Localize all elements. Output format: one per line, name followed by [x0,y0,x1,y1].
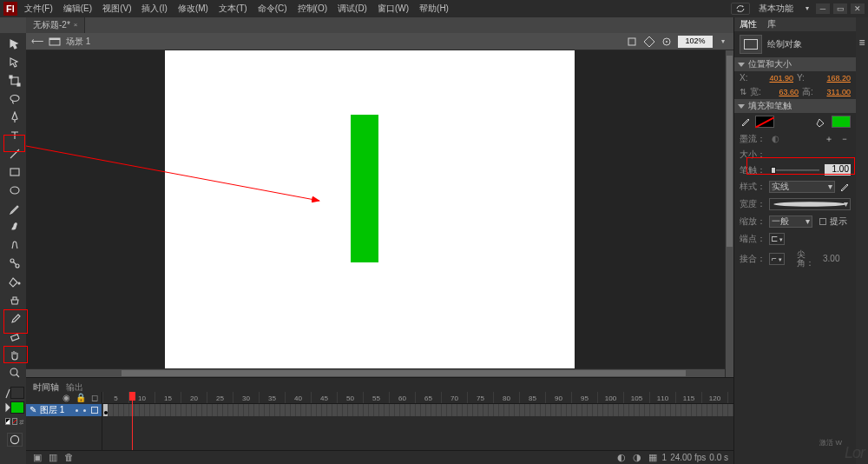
ruler-tick[interactable]: 80 [493,392,519,403]
zoom-tool[interactable] [7,365,23,381]
tab-output[interactable]: 输出 [66,383,83,392]
section-position-size[interactable]: 位置和大小 [734,57,856,71]
pen-tool[interactable] [7,109,23,125]
menu-help[interactable]: 帮助(H) [416,3,452,15]
new-folder-button[interactable]: ▥ [47,452,59,464]
scene-icon[interactable] [49,36,61,48]
x-value[interactable]: 401.90 [760,75,793,83]
stage-scrollbar-horizontal[interactable] [26,368,725,377]
lock-aspect-icon[interactable]: ⇅ [740,88,746,96]
layer-lock-dot[interactable] [83,409,86,412]
stroke-style-select[interactable]: 实线▾ [769,181,835,193]
ruler-tick[interactable]: 75 [467,392,493,403]
ruler-tick[interactable]: 100 [597,392,623,403]
menu-insert[interactable]: 插入(I) [138,3,170,15]
delete-layer-button[interactable]: 🗑 [62,452,75,464]
timeline-frames[interactable]: 5101520253035404550556065707580859095100… [102,392,733,450]
keyframe-cell[interactable] [102,404,108,416]
deco-tool[interactable] [7,237,23,253]
dock-expand-icon[interactable]: ≡ [854,35,868,50]
section-fill-stroke[interactable]: 填充和笔触 [734,99,856,113]
h-value[interactable]: 311.00 [821,89,851,96]
selection-tool[interactable] [7,36,23,52]
workspace-caret-icon[interactable]: ▾ [802,3,812,15]
stroke-scale-select[interactable]: 一般▾ [769,215,812,228]
menu-view[interactable]: 视图(V) [99,3,135,15]
free-transform-tool[interactable] [7,73,23,89]
ruler-tick[interactable]: 60 [389,392,415,403]
fill-color[interactable] [832,116,851,128]
ruler-tick[interactable]: 25 [207,392,233,403]
ruler-tick[interactable]: 120 [701,392,727,403]
ruler-tick[interactable]: 115 [675,392,701,403]
layer-outline-box[interactable] [91,407,98,414]
tab-timeline[interactable]: 时间轴 [33,383,59,392]
tab-properties[interactable]: 属性 [740,20,757,29]
fill-color-swatch[interactable] [10,401,24,414]
back-icon[interactable]: ⟵ [31,36,43,48]
brush-tool[interactable] [7,219,23,235]
ruler-tick[interactable]: 5 [102,392,128,403]
flow-sub-icon[interactable]: － [838,133,851,145]
no-color-icon[interactable] [12,418,17,425]
stroke-color[interactable] [755,116,774,128]
ruler-tick[interactable]: 70 [441,392,467,403]
ruler-tick[interactable]: 105 [623,392,649,403]
menu-window[interactable]: 窗口(W) [374,3,412,15]
edit-multiple-frames-icon[interactable]: ▦ [647,452,659,464]
eraser-tool[interactable] [7,328,23,344]
paint-bucket-tool[interactable] [7,274,23,289]
ruler-tick[interactable]: 45 [311,392,337,403]
menu-file[interactable]: 文件(F) [21,3,56,15]
center-stage-icon[interactable] [661,36,673,48]
stage-canvas[interactable] [165,50,575,368]
swap-colors-icon[interactable] [19,418,24,425]
pencil-tool[interactable] [7,201,23,216]
ruler-tick[interactable]: 50 [337,392,363,403]
new-layer-button[interactable]: ▣ [31,452,43,464]
ruler-tick[interactable]: 20 [181,392,207,403]
subselection-tool[interactable] [7,55,23,70]
document-tab[interactable]: 无标题-2* × [26,17,85,33]
oval-tool[interactable] [7,182,23,198]
hint-checkbox[interactable] [819,218,826,225]
ruler-tick[interactable]: 30 [233,392,259,403]
text-tool[interactable] [7,128,23,143]
join-select[interactable]: ⌐▾ [769,253,785,265]
menu-edit[interactable]: 编辑(E) [60,3,95,15]
menu-cmd[interactable]: 命令(C) [254,3,291,15]
close-icon[interactable]: × [74,22,78,29]
window-max-button[interactable]: ▭ [833,3,847,14]
flow-add-icon[interactable]: ＋ [823,133,835,145]
drawn-rectangle[interactable] [351,115,378,262]
stroke-weight-value[interactable]: 1.00 [825,164,851,176]
tab-library[interactable]: 库 [767,20,776,29]
sync-button[interactable] [731,3,750,15]
ruler-tick[interactable]: 110 [649,392,675,403]
visibility-column-icon[interactable]: ◉ [62,394,70,402]
default-colors-icon[interactable] [5,418,10,425]
zoom-caret-icon[interactable]: ▾ [718,36,728,48]
ruler-tick[interactable]: 125 [727,392,733,403]
ruler-tick[interactable]: 40 [285,392,311,403]
stage-viewport[interactable] [26,50,733,377]
lasso-tool[interactable] [7,91,23,107]
stroke-color-swatch[interactable] [10,387,24,399]
cap-select[interactable]: ⊏▾ [769,233,785,245]
outline-column-icon[interactable]: ◻ [91,394,98,402]
stroke-width-profile[interactable]: ▾ [769,198,851,210]
ruler-tick[interactable]: 55 [363,392,389,403]
bone-tool[interactable] [7,255,23,271]
rectangle-tool[interactable] [7,164,23,180]
ink-bottle-tool[interactable] [7,292,23,308]
ruler-tick[interactable]: 65 [415,392,441,403]
workspace-switcher[interactable]: 基本功能 [753,4,799,13]
ruler-tick[interactable]: 15 [155,392,181,403]
stroke-weight-slider[interactable] [771,169,819,171]
miter-value[interactable]: 3.00 [823,255,839,263]
flow-icon[interactable]: ◐ [769,133,781,145]
line-tool[interactable] [7,146,23,162]
menu-modify[interactable]: 修改(M) [174,3,212,15]
y-value[interactable]: 168.20 [818,75,851,83]
object-drawing-toggle[interactable] [7,433,23,447]
